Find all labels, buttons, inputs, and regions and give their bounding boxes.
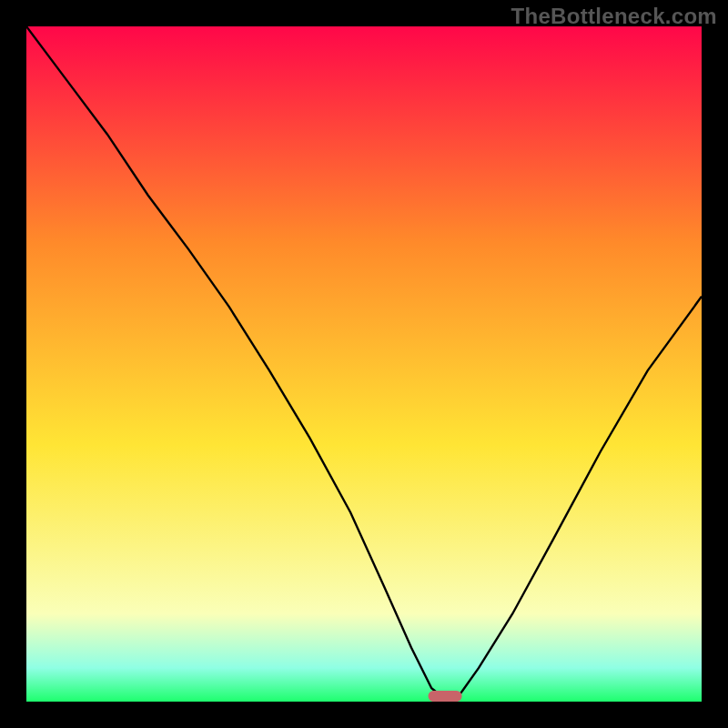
chart-outer: TheBottleneck.com: [0, 0, 728, 728]
gradient-background: [26, 26, 702, 702]
plot-area: [26, 26, 702, 702]
bottleneck-chart: [26, 26, 702, 702]
minimum-marker: [429, 691, 462, 702]
watermark-text: TheBottleneck.com: [511, 4, 717, 29]
